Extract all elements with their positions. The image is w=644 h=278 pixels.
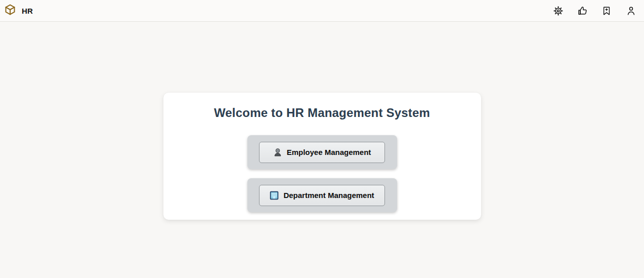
topbar-actions xyxy=(552,5,637,17)
employee-management-label: Employee Management xyxy=(287,148,371,156)
department-management-panel: Department Management xyxy=(247,178,397,212)
like-button[interactable] xyxy=(576,5,588,17)
welcome-card: Welcome to HR Management System Employee… xyxy=(163,93,481,220)
app-title: HR xyxy=(22,7,33,15)
office-building-icon xyxy=(270,191,279,200)
person-bust-icon xyxy=(273,147,282,157)
settings-button[interactable] xyxy=(552,5,564,17)
package-cube-icon xyxy=(4,4,16,18)
profile-button[interactable] xyxy=(625,5,637,17)
employee-management-button[interactable]: Employee Management xyxy=(259,142,385,163)
app-brand: HR xyxy=(4,4,33,18)
top-bar: HR xyxy=(0,0,644,22)
main-content: Welcome to HR Management System Employee… xyxy=(0,22,644,277)
thumbs-up-icon xyxy=(577,6,588,16)
employee-management-panel: Employee Management xyxy=(247,135,397,169)
department-management-button[interactable]: Department Management xyxy=(259,185,385,206)
user-profile-icon xyxy=(626,6,636,16)
page-title: Welcome to HR Management System xyxy=(163,106,481,120)
bookmark-add-icon xyxy=(602,6,612,16)
department-management-label: Department Management xyxy=(283,191,374,200)
settings-gear-icon xyxy=(553,6,564,16)
bookmark-add-button[interactable] xyxy=(600,5,613,17)
